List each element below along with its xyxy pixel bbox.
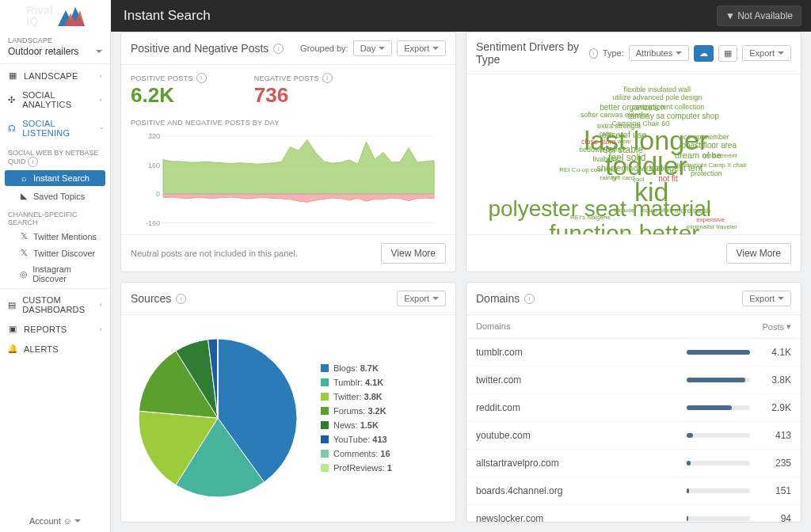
wordcloud-term[interactable]: flexible insulated wall bbox=[623, 86, 691, 93]
grid-icon: ▦ bbox=[8, 70, 17, 81]
domain-value: 235 bbox=[760, 458, 791, 469]
not-available-button[interactable]: ▼ Not Available bbox=[717, 6, 801, 26]
info-icon[interactable]: i bbox=[273, 44, 284, 54]
legend-item[interactable]: YouTube: 413 bbox=[321, 435, 392, 444]
wordcloud-term[interactable]: camping tent collection bbox=[632, 103, 705, 111]
instagram-icon: ◎ bbox=[19, 269, 28, 279]
wordcloud-term[interactable]: include bbox=[615, 207, 634, 214]
info-icon[interactable]: i bbox=[524, 294, 535, 304]
wordcloud-term[interactable]: cute bbox=[600, 130, 613, 138]
wordcloud-term[interactable]: more mesh bbox=[675, 207, 710, 215]
brand-logo[interactable]: RivalIQ bbox=[0, 0, 111, 32]
search-icon: ⌕ bbox=[19, 173, 29, 183]
bell-icon: 🔔 bbox=[8, 344, 17, 354]
table-row[interactable]: reddit.com2.9K bbox=[466, 394, 801, 422]
wordcloud-term[interactable]: REI Co-op cool Haul bbox=[559, 166, 617, 173]
legend-item[interactable]: News: 1.5K bbox=[321, 420, 392, 430]
table-icon: ▦ bbox=[724, 48, 732, 59]
sources-pie-chart bbox=[131, 331, 305, 505]
panel-domains: Domains i Export Domains Posts ▾ tumblr.… bbox=[466, 282, 801, 522]
social-web-header: SOCIAL WEB BY NETBASE QUID i bbox=[0, 142, 110, 169]
wordcloud-term[interactable]: equip bbox=[642, 207, 657, 214]
landscape-selector[interactable]: LANDSCAPE Outdoor retailers bbox=[0, 32, 110, 62]
domain-bar bbox=[687, 378, 750, 382]
export-dropdown[interactable]: Export bbox=[397, 291, 446, 306]
legend-item[interactable]: Blogs: 8.7K bbox=[321, 363, 392, 373]
col-domain[interactable]: Domains bbox=[476, 321, 510, 332]
export-dropdown[interactable]: Export bbox=[397, 40, 446, 56]
legend-item[interactable]: Forums: 3.2K bbox=[321, 406, 392, 416]
info-icon[interactable]: i bbox=[176, 294, 186, 304]
view-more-button[interactable]: View More bbox=[381, 243, 446, 264]
footer-note: Neutral posts are not included in this p… bbox=[131, 249, 298, 258]
wordcloud-term[interactable]: boast floor area bbox=[682, 141, 737, 150]
domain-value: 2.9K bbox=[760, 402, 791, 413]
legend-item[interactable]: ProfReviews: 1 bbox=[321, 463, 392, 473]
nav-alerts[interactable]: 🔔ALERTS bbox=[0, 339, 110, 359]
account-link[interactable]: Account ☺ bbox=[0, 516, 110, 526]
chevron-down-icon bbox=[379, 44, 385, 53]
sources-legend: Blogs: 8.7KTumblr: 4.1KTwitter: 3.8KForu… bbox=[321, 363, 392, 473]
legend-label: Twitter: 3.8K bbox=[333, 392, 383, 401]
info-icon: i bbox=[196, 73, 207, 83]
sub-instagram-discover[interactable]: ◎Instagram Discover bbox=[0, 261, 110, 287]
domain-bar bbox=[687, 488, 750, 493]
twitter-icon: 𝕏 bbox=[19, 248, 29, 258]
nav-reports[interactable]: ▣REPORTS‹ bbox=[0, 319, 110, 339]
sub-saved-topics[interactable]: ◣Saved Topics bbox=[0, 188, 110, 204]
table-row[interactable]: allstartravelpro.com235 bbox=[466, 450, 801, 477]
table-row[interactable]: youtube.com413 bbox=[466, 422, 801, 450]
filter-icon: ▼ bbox=[725, 10, 735, 21]
wordcloud-term[interactable]: minimalist traveler bbox=[686, 223, 737, 230]
nav-landscape[interactable]: ▦LANDSCAPE‹ bbox=[0, 66, 110, 86]
wordcloud-term[interactable]: co-op member bbox=[683, 133, 729, 141]
cloud-view-button[interactable]: ☁ bbox=[694, 45, 714, 62]
info-icon[interactable]: i bbox=[589, 48, 598, 59]
legend-item[interactable]: Comments: 16 bbox=[321, 449, 392, 458]
table-view-button[interactable]: ▦ bbox=[718, 45, 737, 62]
wordcloud-term[interactable]: cool bbox=[633, 176, 645, 183]
table-row[interactable]: twitter.com3.8K bbox=[466, 367, 801, 394]
legend-label: Blogs: 8.7K bbox=[333, 363, 379, 373]
table-row[interactable]: boards.4channel.org151 bbox=[466, 477, 801, 505]
table-row[interactable]: tumblr.com4.1K bbox=[466, 339, 801, 367]
wordcloud-term[interactable]: function better bbox=[549, 220, 699, 234]
domain-value: 151 bbox=[760, 485, 791, 496]
main-content: Positive and Negative Posts i Grouped by… bbox=[111, 32, 811, 532]
chevron-down-icon bbox=[432, 44, 439, 53]
col-posts[interactable]: Posts ▾ bbox=[762, 321, 791, 332]
export-dropdown[interactable]: Export bbox=[742, 291, 791, 306]
wordcloud-term[interactable]: offer bbox=[660, 207, 672, 214]
wordcloud-term[interactable]: livability bbox=[592, 155, 618, 163]
nav-custom-dashboards[interactable]: ▤CUSTOM DASHBOARDS‹ bbox=[0, 291, 110, 319]
wordcloud-term[interactable]: feel stable bbox=[600, 144, 643, 155]
domain-value: 4.1K bbox=[760, 347, 791, 358]
wordcloud-term[interactable]: utilize advanced pole design bbox=[612, 93, 702, 101]
wordcloud-term[interactable]: gift card bbox=[612, 174, 634, 181]
sub-twitter-discover[interactable]: 𝕏Twitter Discover bbox=[0, 245, 110, 261]
legend-item[interactable]: Twitter: 3.8K bbox=[321, 392, 392, 401]
chevron-down-icon bbox=[74, 516, 81, 526]
share-icon: ✣ bbox=[8, 95, 16, 105]
domain-value: 94 bbox=[760, 513, 791, 524]
sub-instant-search[interactable]: ⌕Instant Search bbox=[5, 170, 105, 186]
sub-twitter-mentions[interactable]: 𝕏Twitter Mentions bbox=[0, 228, 110, 245]
table-row[interactable]: newslocker.com94 bbox=[466, 505, 801, 532]
wordcloud-term[interactable]: REI's Nalgene bbox=[570, 214, 611, 221]
legend-item[interactable]: Tumblr: 4.1K bbox=[321, 378, 392, 387]
type-label: Type: bbox=[603, 48, 624, 58]
legend-swatch bbox=[321, 364, 329, 372]
nav-social-listening[interactable]: ☊SOCIAL LISTENING‹ bbox=[0, 114, 110, 142]
wordcloud-term[interactable]: replacement bbox=[702, 152, 737, 159]
grouped-by-dropdown[interactable]: Day bbox=[353, 40, 393, 56]
svg-text:0: 0 bbox=[156, 190, 160, 198]
chart-label: POSITIVE AND NEGATIVE POSTS BY DAY bbox=[131, 119, 446, 127]
wordcloud-term[interactable]: extra strength bbox=[597, 122, 641, 130]
export-dropdown[interactable]: Export bbox=[742, 45, 791, 61]
wordcloud-term[interactable]: not fit bbox=[658, 174, 677, 183]
wordcloud-term[interactable]: expensive bbox=[696, 216, 725, 223]
type-dropdown[interactable]: Attributes bbox=[629, 45, 689, 61]
nav-social-analytics[interactable]: ✣SOCIAL ANALYTICS‹ bbox=[0, 86, 110, 114]
top-bar: RivalIQ Instant Search ▼ Not Available bbox=[0, 0, 811, 32]
view-more-button[interactable]: View More bbox=[726, 243, 791, 264]
